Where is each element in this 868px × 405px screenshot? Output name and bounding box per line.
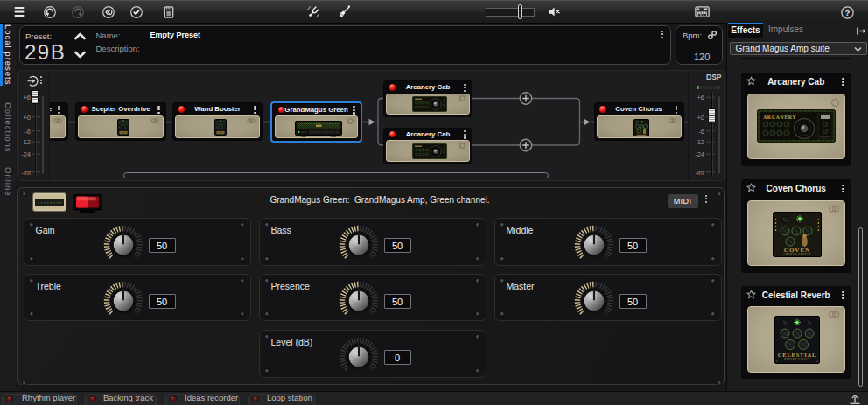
tab-impulses[interactable]: Impulses [764,23,808,38]
chain-block-scepter-overdrive[interactable]: Scepter Overdrive [76,103,165,140]
output-volume-handle[interactable] [518,4,522,19]
sidebar-item-online[interactable]: Online [0,164,16,200]
effect-card-arcanery-cab[interactable]: Arcanery Cab ARCANERY [741,73,852,166]
mute-icon[interactable] [548,4,564,19]
bottom-tab-label: Rhythm player [22,393,75,402]
effect-card-celestial-reverb[interactable]: Celestial Reverb [741,286,852,380]
export-icon[interactable] [849,395,861,404]
block-menu-button[interactable] [464,84,466,94]
block-menu-button[interactable] [158,106,160,115]
bpm-link-icon[interactable] [706,29,718,41]
card-menu-button[interactable] [842,185,844,194]
amp-editor-panel: GrandMagus Green: GrandMagus Amp, Green … [18,187,724,386]
right-panel-scrollbar[interactable] [858,227,864,387]
power-dot-icon [171,396,176,402]
top-toolbar: ? [0,0,868,24]
sidebar-item-collections[interactable]: Collections [0,101,16,155]
redo-icon[interactable] [71,5,85,19]
treble-knob[interactable] [102,280,144,322]
master-knob[interactable] [573,280,615,322]
chevron-down-icon [854,46,862,52]
bottom-tab-backing-track[interactable]: Backing track [85,394,157,405]
mono-icon [459,95,466,101]
screw [500,312,504,316]
bottom-tab-loop-station[interactable]: Loop station [248,394,315,405]
block-menu-button[interactable] [676,106,678,115]
bpm-value[interactable]: 120 [694,52,710,62]
screw [265,312,269,316]
db-label: -6 [692,128,704,136]
preset-menu-button[interactable] [661,31,663,40]
midi-button[interactable]: MIDI [668,194,698,208]
mono-icon [830,98,840,108]
screw [241,257,244,261]
block-menu-button[interactable] [353,106,355,115]
card-title: Celestial Reverb [741,290,852,300]
control-value[interactable]: 0 [384,350,411,365]
menu-icon[interactable] [12,4,27,19]
control-label: Bass [271,225,291,235]
chain-block-coven-chorus[interactable]: Coven Chorus [595,103,683,140]
midi-button-label: MIDI [674,197,692,206]
db-label: +0 [18,114,31,122]
db-label: -6 [18,128,31,136]
chain-block-wand-booster[interactable]: Wand Booster [173,103,262,140]
control-value[interactable]: 50 [384,238,411,253]
bottom-tab-ideas-recorder[interactable]: Ideas recorder [165,394,240,405]
help-icon[interactable]: ? [840,5,855,20]
sidebar-label: Local presets [4,24,13,86]
confirm-icon[interactable] [130,5,144,19]
input-fader-handle[interactable] [31,90,38,105]
screw [30,312,33,316]
control-value[interactable]: 50 [149,294,176,309]
block-body [597,115,682,139]
screw [265,279,269,283]
input-menu-button[interactable] [40,76,43,86]
gain-knob[interactable] [102,224,144,266]
output-fader-handle[interactable] [708,108,716,123]
chain-scrollbar[interactable] [123,172,549,178]
panel-screw [23,192,26,196]
db-label: -12 [18,138,31,146]
tab-impulses-label: Impulses [768,24,803,34]
screw [711,279,715,283]
undo-icon[interactable] [43,5,57,19]
input-icon[interactable] [27,75,39,87]
block-menu-button[interactable] [464,130,466,140]
middle-knob[interactable] [573,224,615,266]
pedal-subtitle-text: REVERB EFFECT [784,358,810,361]
tuning-fork-icon[interactable] [305,3,322,20]
block-title: Arcanery Cab [395,83,461,91]
control-value[interactable]: 50 [620,294,647,309]
block-menu-button[interactable] [254,106,256,115]
effect-card-coven-chorus[interactable]: Coven Chorus [741,179,852,273]
preset-card-icon[interactable] [162,5,176,19]
presence-knob[interactable] [338,280,380,322]
midi-keyboard-icon[interactable] [695,6,710,17]
card-menu-button[interactable] [842,78,844,87]
guitar-icon[interactable] [336,3,353,20]
tabbar-divider [727,38,868,38]
control-value[interactable]: 50 [620,238,647,253]
collapse-panel-icon[interactable] [856,26,867,36]
chain-block-arcanery-cab-2[interactable]: Arcanery Cab [384,129,472,164]
tab-effects[interactable]: Effects [728,23,763,38]
chain-block-arcanery-cab-1[interactable]: Arcanery Cab [384,81,472,116]
preset-up-button[interactable] [74,32,86,40]
control-value[interactable]: 50 [384,294,411,309]
cab-image [412,96,447,112]
bottom-tab-rhythm-player[interactable]: Rhythm player [2,394,77,405]
suite-dropdown[interactable]: Grand Magus Amp suite [730,42,867,56]
card-menu-button[interactable] [842,291,844,301]
output-volume-slider[interactable] [486,8,535,17]
undo-all-icon[interactable] [102,5,116,19]
preset-down-button[interactable] [74,51,86,59]
block-body [78,115,164,138]
editor-menu-button[interactable] [705,195,708,205]
level-knob[interactable] [338,336,380,378]
chain-block-grandmagus-green[interactable]: GrandMagus Green [273,104,360,141]
bass-knob[interactable] [338,224,380,266]
control-value[interactable]: 50 [149,238,176,253]
screw [241,223,244,227]
sidebar-item-local-presets[interactable]: Local presets [0,24,16,86]
